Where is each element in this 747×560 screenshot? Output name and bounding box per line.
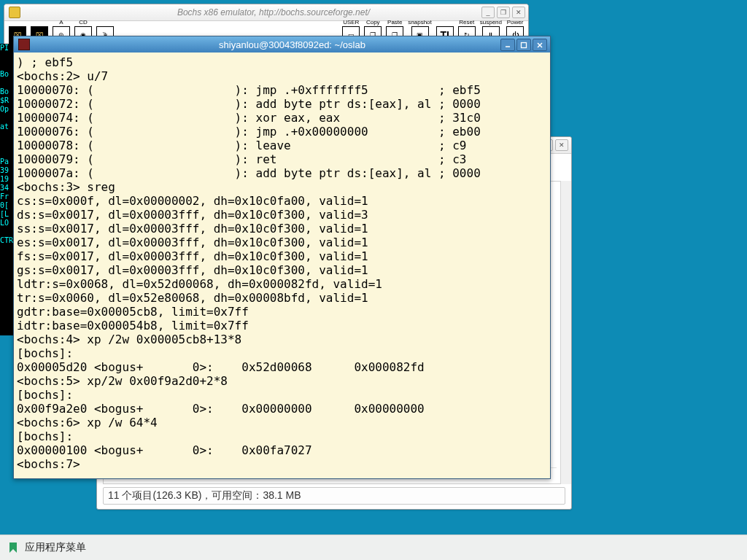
terminal-minimize-button[interactable] — [500, 39, 515, 51]
bochs-tb-label: Copy — [366, 20, 380, 26]
fm-status-text: 11 个项目(126.3 KB)，可用空间：38.1 MB — [108, 489, 301, 502]
terminal-close-button[interactable] — [533, 39, 547, 51]
bochs-tb-label: Power — [507, 20, 524, 26]
bochs-app-icon — [9, 7, 20, 18]
bochs-close-button[interactable]: ✕ — [512, 7, 525, 18]
bochs-title: Bochs x86 emulator, http://bochs.sourcef… — [23, 7, 524, 18]
fm-scrollbar[interactable] — [560, 181, 571, 484]
taskbar: 应用程序菜单 — [0, 534, 747, 560]
terminal-titlebar[interactable]: shiyanlou@30043f8092ed: ~/oslab — [14, 36, 550, 52]
terminal-body[interactable]: ) ; ebf5 <bochs:2> u/7 10000070: ( ): jm… — [14, 52, 550, 478]
bochs-tb-label: USER — [343, 20, 359, 26]
bochs-maximize-button[interactable]: ❐ — [497, 7, 510, 18]
bochs-tb-label: Reset — [459, 20, 474, 26]
terminal-window[interactable]: shiyanlou@30043f8092ed: ~/oslab ) ; ebf5… — [13, 36, 551, 479]
desktop: Bochs x86 emulator, http://bochs.sourcef… — [0, 0, 747, 560]
background-terminal-fragment: PI Bo Bo $R Op at Pa 39 19 34 Fr 0[ [L L… — [0, 44, 13, 335]
bochs-tb-label: snapshot — [408, 20, 431, 26]
bochs-tb-label: Paste — [387, 20, 402, 26]
bochs-tb-label: A — [59, 20, 63, 26]
fm-close-button[interactable]: ✕ — [555, 139, 568, 151]
fm-status-bar: 11 个项目(126.3 KB)，可用空间：38.1 MB — [103, 487, 565, 505]
bochs-minimize-button[interactable]: _ — [481, 7, 495, 18]
terminal-app-icon — [18, 39, 30, 50]
app-menu-label: 应用程序菜单 — [25, 541, 86, 554]
svg-rect-1 — [522, 42, 527, 47]
app-menu-icon — [7, 542, 19, 553]
bochs-tb-label: CD — [79, 20, 88, 26]
terminal-maximize-button[interactable] — [516, 39, 531, 51]
bochs-tb-label: suspend — [480, 20, 502, 26]
terminal-title: shiyanlou@30043f8092ed: ~/oslab — [34, 39, 550, 50]
app-menu-button[interactable]: 应用程序菜单 — [0, 535, 96, 560]
